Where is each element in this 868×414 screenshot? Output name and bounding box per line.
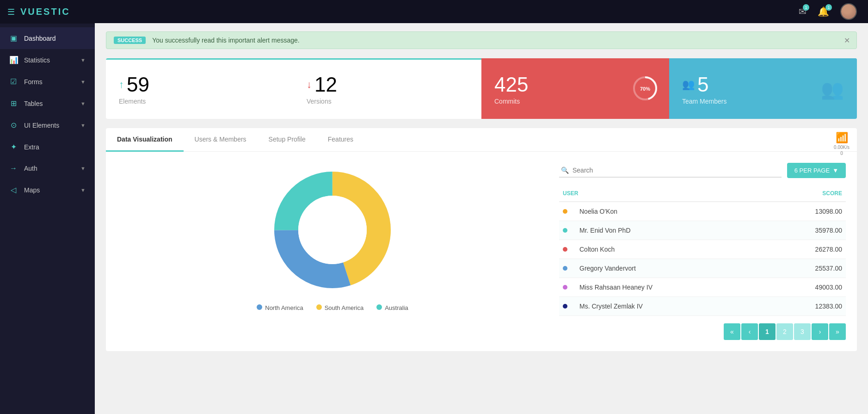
- ui-elements-nav-arrow: ▼: [80, 123, 86, 128]
- user-dot-cell: [559, 259, 576, 278]
- stat-card-number-team: 👥 5: [682, 74, 708, 96]
- user-name-cell: Mr. Enid Von PhD: [576, 221, 765, 240]
- sidebar-item-statistics[interactable]: 📊 Statistics ▼: [0, 49, 95, 71]
- main-content: ✉ 1 🔔 1 SUCCESS You successfully read th…: [95, 0, 868, 414]
- tab-users-members[interactable]: Users & Members: [184, 128, 258, 152]
- donut-chart: [265, 163, 400, 297]
- wifi-speed: 0.00K/s: [834, 145, 850, 150]
- per-page-button[interactable]: 6 PER PAGE ▼: [787, 163, 846, 178]
- user-score-cell: 35978.00: [765, 221, 846, 240]
- page-btn-1[interactable]: 1: [759, 323, 776, 340]
- stat-card-label-team: Team Members: [682, 98, 726, 105]
- svg-point-8: [298, 196, 367, 264]
- user-name-cell: Colton Koch: [576, 240, 765, 259]
- sidebar-item-extra[interactable]: ✦ Extra: [0, 136, 95, 158]
- dashboard-nav-icon: ▣: [9, 34, 18, 43]
- page-btn-»[interactable]: »: [829, 323, 846, 340]
- sidebar-item-forms[interactable]: ☑ Forms ▼: [0, 71, 95, 93]
- legend-australia: Australia: [376, 304, 408, 311]
- user-score-cell: 25537.00: [765, 259, 846, 278]
- sidebar-item-ui-elements[interactable]: ⊙ UI Elements ▼: [0, 114, 95, 136]
- table-row: Miss Rahsaan Heaney IV 49003.00: [559, 278, 846, 297]
- ui-elements-nav-icon: ⊙: [9, 121, 18, 130]
- user-table: USER SCORE Noelia O'Kon 13098.00: [559, 185, 846, 316]
- forms-nav-icon: ☑: [9, 77, 18, 86]
- table-row: Gregory Vandervort 25537.00: [559, 259, 846, 278]
- user-status-dot: [563, 266, 567, 271]
- bell-icon[interactable]: 🔔 1: [818, 6, 829, 17]
- forms-nav-label: Forms: [24, 78, 74, 86]
- user-column-header: USER: [559, 185, 765, 202]
- forms-nav-arrow: ▼: [80, 79, 86, 85]
- alert-close-button[interactable]: ✕: [844, 36, 850, 45]
- table-row: Colton Koch 26278.00: [559, 240, 846, 259]
- sidebar-item-dashboard[interactable]: ▣ Dashboard: [0, 27, 95, 49]
- legend-dot: [316, 304, 322, 310]
- tabs-header: Data VisualizationUsers & MembersSetup P…: [106, 128, 857, 152]
- stat-card-elements: ↑ 59 Elements: [106, 58, 294, 119]
- legend-south-america: South America: [316, 304, 364, 311]
- search-bar: 🔍 6 PER PAGE ▼: [559, 163, 846, 178]
- dashboard-nav-label: Dashboard: [24, 35, 86, 42]
- tab-features[interactable]: Features: [317, 128, 364, 152]
- app-logo: VUESTIC: [20, 6, 70, 17]
- tab-data-viz[interactable]: Data Visualization: [106, 128, 184, 152]
- search-input-wrap: 🔍: [559, 164, 782, 178]
- auth-nav-icon: →: [9, 164, 18, 173]
- user-name-cell: Gregory Vandervort: [576, 259, 765, 278]
- svg-text:70%: 70%: [640, 86, 650, 92]
- user-name-cell: Ms. Crystel Zemlak IV: [576, 297, 765, 316]
- legend-north-america: North America: [257, 304, 303, 311]
- page-btn-‹[interactable]: ‹: [741, 323, 758, 340]
- tables-nav-label: Tables: [24, 100, 74, 107]
- right-panel: 🔍 6 PER PAGE ▼ USER: [559, 163, 846, 340]
- sidebar-item-auth[interactable]: → Auth ▼: [0, 158, 95, 179]
- wifi-indicator: 📶 0.00K/s 0: [834, 132, 850, 156]
- stat-card-label-elements: Elements: [119, 98, 146, 105]
- user-score-cell: 12383.00: [765, 297, 846, 316]
- page-btn-2[interactable]: 2: [776, 323, 793, 340]
- maps-nav-arrow: ▼: [80, 187, 86, 193]
- page-btn-3[interactable]: 3: [794, 323, 811, 340]
- user-avatar[interactable]: [840, 3, 857, 20]
- table-row: Noelia O'Kon 13098.00: [559, 202, 846, 221]
- alert-banner: SUCCESS You successfully read this impor…: [106, 31, 857, 49]
- extra-nav-icon: ✦: [9, 142, 18, 151]
- tables-nav-icon: ⊞: [9, 99, 18, 108]
- user-dot-cell: [559, 202, 576, 221]
- dropdown-arrow-icon: ▼: [832, 167, 838, 174]
- page-content: SUCCESS You successfully read this impor…: [95, 23, 868, 414]
- search-icon: 🔍: [561, 167, 569, 174]
- tabs-section: Data VisualizationUsers & MembersSetup P…: [106, 128, 857, 351]
- sidebar-header: ☰ VUESTIC: [0, 0, 95, 24]
- page-btn-›[interactable]: ›: [812, 323, 828, 340]
- stat-card-team: 👥 5 Team Members 👥: [669, 58, 857, 119]
- arrow-up-icon: ↑: [119, 79, 124, 90]
- hamburger-icon[interactable]: ☰: [7, 7, 15, 17]
- table-row: Mr. Enid Von PhD 35978.00: [559, 221, 846, 240]
- mail-badge: 1: [803, 4, 809, 11]
- tab-content: North AmericaSouth AmericaAustralia 🔍 6 …: [106, 152, 857, 351]
- user-dot-cell: [559, 240, 576, 259]
- pagination: «‹123›»: [559, 323, 846, 340]
- auth-nav-label: Auth: [24, 165, 74, 172]
- user-dot-cell: [559, 297, 576, 316]
- alert-message: You successfully read this important ale…: [152, 37, 849, 44]
- mail-icon[interactable]: ✉ 1: [799, 6, 806, 17]
- team-icon: 👥: [682, 79, 695, 90]
- user-score-cell: 13098.00: [765, 202, 846, 221]
- page-btn-«[interactable]: «: [724, 323, 740, 340]
- user-name-cell: Noelia O'Kon: [576, 202, 765, 221]
- search-input[interactable]: [573, 167, 780, 174]
- user-status-dot: [563, 304, 567, 309]
- user-status-dot: [563, 228, 567, 233]
- maps-nav-icon: ◁: [9, 185, 18, 194]
- tab-setup-profile[interactable]: Setup Profile: [258, 128, 317, 152]
- progress-circle: 70%: [632, 75, 658, 103]
- stat-card-commits: 425 Commits 70%: [481, 58, 669, 119]
- sidebar-item-tables[interactable]: ⊞ Tables ▼: [0, 93, 95, 114]
- alert-badge: SUCCESS: [114, 37, 146, 44]
- sidebar-item-maps[interactable]: ◁ Maps ▼: [0, 179, 95, 201]
- legend-dot: [376, 304, 382, 310]
- sidebar-nav: ▣ Dashboard 📊 Statistics ▼ ☑ Forms ▼ ⊞ T…: [0, 24, 95, 414]
